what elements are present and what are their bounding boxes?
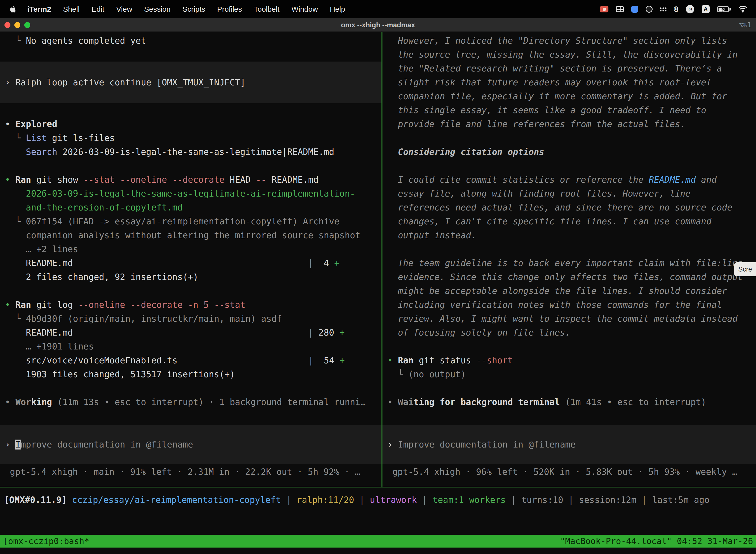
terminal-line: … +1901 lines <box>5 340 377 353</box>
text-segment: team:1 workers <box>433 495 506 505</box>
right-terminal-pane[interactable]: However, I noticed the "Directory Struct… <box>382 32 756 487</box>
menu-window[interactable]: Window <box>286 5 324 13</box>
text-segment: I <box>15 440 20 449</box>
text-segment <box>52 397 57 407</box>
text-segment: companion file, especially if more comme… <box>387 91 727 101</box>
text-segment: turns:10 <box>521 495 563 505</box>
terminal-line: Considering citation options <box>387 145 751 159</box>
text-segment: git log <box>31 300 78 310</box>
text-segment: 067f154 (HEAD -> essay/ai-reimplementati… <box>26 216 339 226</box>
tmux-session-label: [omx-cczip0:bash* <box>3 535 89 548</box>
text-segment: 1903 files changed, 513517 insertions(+) <box>5 369 235 379</box>
menu-scripts[interactable]: Scripts <box>177 5 211 13</box>
terminal-line: └ 067f154 (HEAD -> essay/ai-reimplementa… <box>5 214 377 228</box>
menu-profiles[interactable]: Profiles <box>211 5 248 13</box>
menu-toolbelt[interactable]: Toolbelt <box>248 5 286 13</box>
right-prompt-input[interactable]: › Improve documentation in @filename <box>387 438 751 451</box>
menu-view[interactable]: View <box>110 5 138 13</box>
keyboard-layout-icon[interactable]: A <box>702 0 710 18</box>
text-segment: changes, I can't cite specific file line… <box>387 216 711 226</box>
text-segment: └ <box>5 314 26 324</box>
battery-icon[interactable] <box>717 0 731 18</box>
window-grid-icon[interactable] <box>616 0 624 18</box>
text-segment: last:5m ago <box>652 495 710 505</box>
menu-iterm2[interactable]: iTerm2 <box>21 5 57 13</box>
text-segment <box>5 230 26 240</box>
tmux-host-clock: "MacBook-Pro-44.local" 04:52 31-Mar-26 <box>560 535 753 548</box>
text-segment: slight risk that future readers may over… <box>387 77 711 88</box>
screen-recording-indicator-icon[interactable] <box>600 0 609 18</box>
terminal-line: gpt-5.4 xhigh · 96% left · 520K in · 5.8… <box>392 465 746 479</box>
text-segment <box>560 397 565 407</box>
right-body-lines: However, I noticed the "Directory Struct… <box>382 34 756 409</box>
text-segment: Wor <box>15 397 31 407</box>
terminal-line: I could cite commit statistics or refere… <box>387 173 751 187</box>
text-segment: [OMX#0.11.9] <box>4 495 67 505</box>
text-segment: and <box>696 175 716 185</box>
text-segment: and-the-erosion-of-copyleft.md <box>26 203 183 213</box>
text-segment: Wai <box>398 397 414 407</box>
dark-app-icon[interactable] <box>646 0 652 18</box>
terminal-line: README.md| 280 + <box>5 326 377 340</box>
text-segment: • <box>5 397 15 407</box>
terminal-line: provide file and line references from th… <box>387 117 751 131</box>
terminal-line: companion file, especially if more comme… <box>387 89 751 103</box>
apple-menu-icon[interactable] <box>10 5 16 13</box>
terminal-line <box>387 340 751 353</box>
wifi-icon[interactable] <box>738 0 748 18</box>
keyboard-layout-glyph: A <box>702 5 710 13</box>
text-segment: 1 background terminal runni… <box>219 397 366 407</box>
terminal-line: • Ran git status --short <box>387 353 751 367</box>
text-segment: provide file and line references from th… <box>387 119 685 129</box>
text-segment: cczip/essay/ai-reimplementation-copyleft <box>72 495 281 505</box>
terminal-area: └ No agents completed yet › Ralph loop a… <box>0 32 756 488</box>
terminal-line: 1903 files changed, 513517 insertions(+) <box>5 367 377 381</box>
menu-help[interactable]: Help <box>324 5 351 13</box>
menu-edit[interactable]: Edit <box>85 5 110 13</box>
text-segment: of focusing solely on file lines. <box>387 328 570 338</box>
terminal-line <box>387 381 751 395</box>
menu-shell[interactable]: Shell <box>57 5 85 13</box>
text-segment <box>73 335 308 336</box>
terminal-line: … +2 lines <box>5 242 377 256</box>
text-segment: README.md <box>266 175 319 185</box>
terminal-line: including verification notes with those … <box>387 298 751 312</box>
text-segment: ralph:11/20 <box>297 495 354 505</box>
terminal-line: review. Also, I might want to inspect th… <box>387 312 751 326</box>
text-segment: evidence. Since this change only affects… <box>387 272 743 282</box>
text-segment: | <box>563 495 579 505</box>
dots-grid-icon[interactable] <box>660 0 667 18</box>
screen-edge-chip[interactable]: Scre <box>734 262 756 276</box>
text-segment: Ran <box>15 300 31 310</box>
text-segment <box>5 244 26 254</box>
terminal-line <box>5 48 377 62</box>
text-segment <box>5 203 26 213</box>
app-8-icon[interactable]: 8 <box>674 0 678 18</box>
raycast-icon[interactable] <box>631 0 638 18</box>
terminal-line: output instead. <box>387 228 751 242</box>
omx-status-bar: [OMX#0.11.9] cczip/essay/ai-reimplementa… <box>0 488 756 535</box>
right-prompt-box[interactable]: › Improve documentation in @filename <box>382 425 756 464</box>
left-prompt-box[interactable]: › Improve documentation in @filename <box>0 425 381 464</box>
ralph-loop-box: › Ralph loop active continue [OMX_TMUX_I… <box>0 62 381 103</box>
left-body-lines: • Explored └ List git ls-files Search 20… <box>0 103 381 409</box>
text-segment <box>5 189 26 199</box>
terminal-line: └ List git ls-files <box>5 131 377 145</box>
text-segment: Explored <box>15 119 57 129</box>
text-segment: | <box>354 495 370 505</box>
terminal-line: The team guideline is to back every impo… <box>387 256 751 270</box>
text-segment <box>67 495 72 505</box>
left-prompt-input[interactable]: › Improve documentation in @filename <box>5 438 377 451</box>
menu-session[interactable]: Session <box>138 5 177 13</box>
terminal-line <box>5 284 377 298</box>
text-segment: [OMX_TMUX_INJECT] <box>156 77 245 88</box>
terminal-line: gpt-5.4 xhigh · main · 91% left · 2.31M … <box>10 465 372 479</box>
left-terminal-pane[interactable]: └ No agents completed yet › Ralph loop a… <box>0 32 381 487</box>
window-title-bar[interactable]: omx --xhigh --madmax ⌥⌘1 <box>0 18 756 32</box>
terminal-line <box>5 159 377 173</box>
text-segment: | <box>506 495 521 505</box>
text-segment: › <box>5 77 15 88</box>
meter-icon[interactable]: .61 <box>686 0 694 18</box>
terminal-line: └ No agents completed yet <box>5 34 377 48</box>
terminal-line: references need actual files, and since … <box>387 201 751 214</box>
